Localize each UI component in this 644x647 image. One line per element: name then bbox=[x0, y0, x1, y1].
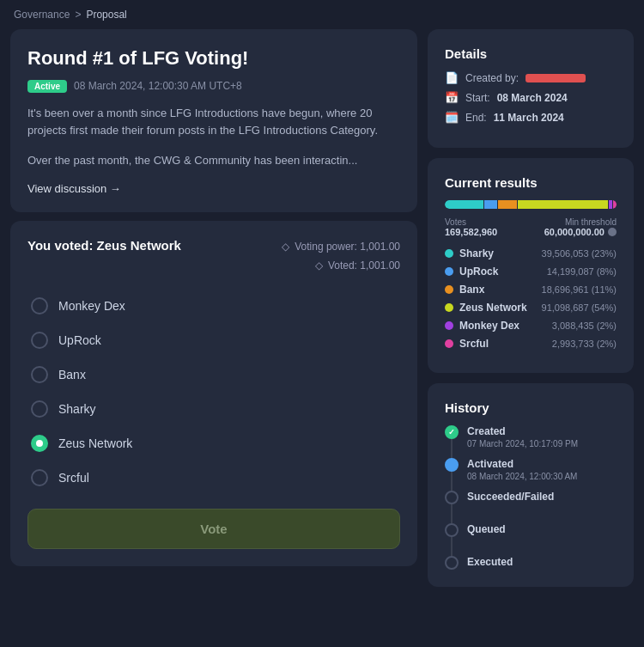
name-uprock: UpRock bbox=[459, 266, 498, 278]
votes-label: Votes bbox=[445, 217, 497, 227]
history-item-succeeded: Succeeded/Failed bbox=[445, 491, 617, 523]
end-value: 11 March 2024 bbox=[494, 112, 564, 124]
voting-card-header: You voted: Zeus Network ◇ Voting power: … bbox=[27, 238, 400, 275]
voted-value: 1,001.00 bbox=[360, 259, 400, 272]
content-queued: Queued bbox=[467, 523, 506, 537]
left-panel: Round #1 of LFG Voting! Active 08 March … bbox=[10, 29, 417, 587]
details-card: Details 📄 Created by: 📅 Start: 08 March … bbox=[428, 29, 634, 148]
connector-4 bbox=[451, 537, 453, 556]
start-date-row: 📅 Start: 08 March 2024 bbox=[445, 91, 617, 104]
segment-uprock bbox=[484, 200, 498, 209]
option-monkey-dex[interactable]: Monkey Dex bbox=[27, 289, 400, 323]
diamond-icon-2: ◇ bbox=[315, 259, 323, 272]
votes-sharky: 39,506,053 (23%) bbox=[542, 248, 617, 259]
radio-banx bbox=[31, 366, 48, 383]
dot-monkey bbox=[445, 321, 453, 330]
history-item-created: Created 07 March 2024, 10:17:09 PM bbox=[445, 425, 617, 458]
history-card: History Created 07 March 2024, 10:17:09 … bbox=[428, 383, 634, 587]
event-executed-title: Executed bbox=[467, 556, 513, 570]
diamond-icon-1: ◇ bbox=[282, 241, 289, 253]
content-executed: Executed bbox=[467, 556, 513, 570]
calendar-start-icon: 📅 bbox=[445, 91, 459, 104]
proposal-date: 08 March 2024, 12:00:30 AM UTC+8 bbox=[74, 80, 242, 92]
proposal-description-2: Over the past month, the CWG & Community… bbox=[27, 152, 400, 170]
option-banx[interactable]: Banx bbox=[27, 357, 400, 392]
dot-created bbox=[445, 425, 459, 439]
name-sharky: Sharky bbox=[459, 247, 494, 259]
voting-power-info: ◇ Voting power: 1,001.00 ◇ Voted: 1,001.… bbox=[282, 238, 400, 275]
connector-1 bbox=[451, 439, 453, 458]
history-item-executed: Executed bbox=[445, 556, 617, 570]
details-title: Details bbox=[445, 46, 617, 61]
event-activated-date: 08 March 2024, 12:00:30 AM bbox=[467, 472, 577, 481]
radio-srcful bbox=[31, 469, 48, 486]
start-value: 08 March 2024 bbox=[497, 92, 568, 104]
connector-2 bbox=[451, 472, 453, 491]
end-label: End: bbox=[465, 112, 487, 124]
segment-monkey bbox=[609, 200, 612, 209]
votes-uprock: 14,199,087 (8%) bbox=[547, 266, 617, 277]
status-badge: Active bbox=[27, 80, 67, 93]
segment-sharky bbox=[445, 200, 483, 209]
dot-uprock bbox=[445, 267, 453, 276]
option-sharky[interactable]: Sharky bbox=[27, 392, 400, 426]
label-sharky: Sharky bbox=[58, 402, 96, 416]
candidates-list: Sharky 39,506,053 (23%) UpRock 14,199,08… bbox=[445, 247, 617, 350]
votes-monkey: 3,088,435 (2%) bbox=[552, 320, 617, 331]
votes-value: 169,582,960 bbox=[445, 227, 497, 237]
connector-3 bbox=[451, 504, 453, 523]
event-activated-title: Activated bbox=[467, 458, 577, 472]
breadcrumb-governance[interactable]: Governance bbox=[14, 9, 70, 21]
view-discussion-link[interactable]: View discussion → bbox=[27, 182, 121, 195]
history-item-activated: Activated 08 March 2024, 12:00:30 AM bbox=[445, 458, 617, 491]
proposal-title: Round #1 of LFG Voting! bbox=[27, 46, 400, 71]
breadcrumb: Governance > Proposal bbox=[0, 0, 644, 29]
label-banx: Banx bbox=[58, 368, 86, 381]
candidate-banx: Banx 18,696,961 (11%) bbox=[445, 284, 617, 296]
voting-card: You voted: Zeus Network ◇ Voting power: … bbox=[10, 221, 417, 566]
radio-zeus-network bbox=[31, 435, 48, 452]
history-title: History bbox=[445, 400, 617, 415]
history-item-queued: Queued bbox=[445, 523, 617, 556]
file-icon: 📄 bbox=[445, 71, 459, 84]
threshold-dot bbox=[608, 228, 617, 236]
history-list: Created 07 March 2024, 10:17:09 PM Activ… bbox=[445, 425, 617, 570]
min-threshold-value: 60,000,000.00 bbox=[544, 227, 605, 237]
voted-label-2: Voted: bbox=[328, 259, 357, 272]
end-date-row: 🗓️ End: 11 March 2024 bbox=[445, 111, 617, 124]
dot-succeeded bbox=[445, 491, 459, 504]
created-by-row: 📄 Created by: bbox=[445, 71, 617, 84]
content-activated: Activated 08 March 2024, 12:00:30 AM bbox=[467, 458, 577, 481]
status-row: Active 08 March 2024, 12:00:30 AM UTC+8 bbox=[27, 80, 400, 93]
name-srcful: Srcful bbox=[459, 338, 489, 350]
votes-srcful: 2,993,733 (2%) bbox=[552, 339, 617, 349]
candidate-monkey: Monkey Dex 3,088,435 (2%) bbox=[445, 320, 617, 332]
label-srcful: Srcful bbox=[58, 471, 89, 485]
voting-power-value: 1,001.00 bbox=[360, 241, 400, 253]
option-zeus-network[interactable]: Zeus Network bbox=[27, 426, 400, 461]
min-threshold-info: Min threshold 60,000,000.00 bbox=[544, 217, 617, 237]
option-uprock[interactable]: UpRock bbox=[27, 323, 400, 357]
start-label: Start: bbox=[465, 92, 490, 104]
votes-banx: 18,696,961 (11%) bbox=[542, 284, 617, 295]
name-zeus: Zeus Network bbox=[459, 302, 527, 314]
dot-activated bbox=[445, 458, 459, 472]
main-layout: Round #1 of LFG Voting! Active 08 March … bbox=[0, 29, 644, 597]
vote-button[interactable]: Vote bbox=[27, 509, 400, 549]
voting-options: Monkey Dex UpRock Banx Sharky Zeus Netwo… bbox=[27, 289, 400, 495]
content-succeeded: Succeeded/Failed bbox=[467, 491, 554, 504]
content-created: Created 07 March 2024, 10:17:09 PM bbox=[467, 425, 578, 449]
calendar-end-icon: 🗓️ bbox=[445, 111, 459, 124]
label-zeus-network: Zeus Network bbox=[58, 436, 132, 450]
segment-zeus bbox=[518, 200, 608, 209]
option-srcful[interactable]: Srcful bbox=[27, 461, 400, 495]
votes-zeus: 91,098,687 (54%) bbox=[542, 302, 617, 313]
results-title: Current results bbox=[445, 175, 617, 190]
radio-monkey-dex bbox=[31, 297, 48, 314]
name-monkey: Monkey Dex bbox=[459, 320, 519, 332]
dot-executed bbox=[445, 556, 459, 570]
min-threshold-label: Min threshold bbox=[544, 217, 617, 227]
dot-srcful bbox=[445, 339, 453, 348]
proposal-description-1: It's been over a month since LFG Introdu… bbox=[27, 105, 400, 141]
event-created-date: 07 March 2024, 10:17:09 PM bbox=[467, 439, 578, 449]
